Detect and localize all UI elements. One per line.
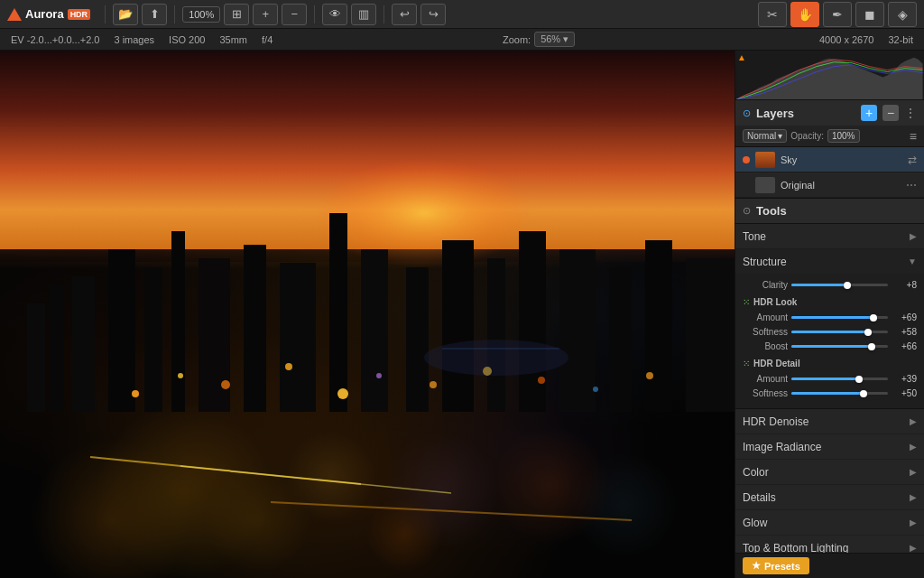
- presets-label: Presets: [764, 561, 800, 572]
- hdr-detail-amount-track[interactable]: [791, 378, 888, 380]
- hdr-look-amount-fill: [791, 316, 873, 319]
- export-button[interactable]: ⬆: [142, 4, 167, 25]
- layers-options-button[interactable]: ≡: [910, 129, 917, 144]
- compare-button[interactable]: ▥: [351, 4, 376, 25]
- hdr-look-amount-value: +69: [892, 312, 917, 322]
- layer-original-name: Original: [781, 180, 901, 191]
- hand-tool-button[interactable]: ✋: [790, 2, 819, 27]
- hdr-tool-button[interactable]: ◈: [888, 2, 917, 27]
- open-file-button[interactable]: 📂: [113, 4, 138, 25]
- tool-color-row[interactable]: Color ▶: [735, 460, 924, 485]
- layers-toolbar: Normal ▾ Opacity: 100% ≡: [735, 126, 924, 147]
- zoom-out-button[interactable]: −: [282, 4, 307, 25]
- structure-content: Clarity +8 ⁙ HDR Look Amount: [735, 275, 924, 409]
- tool-hdr-denoise-label: HDR Denoise: [743, 415, 910, 428]
- layer-sky[interactable]: Sky ⇄: [735, 147, 924, 172]
- ev-info: EV -2.0...+0.0...+2.0: [11, 34, 99, 45]
- resolution-info: 4000 x 2670: [819, 34, 874, 45]
- presets-button[interactable]: ★ Presets: [743, 557, 809, 574]
- iso-info: ISO 200: [169, 34, 205, 45]
- hdr-detail-softness-track[interactable]: [791, 392, 888, 395]
- tool-image-radiance-row[interactable]: Image Radiance ▶: [735, 434, 924, 460]
- info-right: 4000 x 2670 32-bit: [819, 34, 913, 45]
- hdr-detail-softness-thumb[interactable]: [860, 390, 867, 397]
- hdr-look-softness-value: +58: [892, 327, 917, 337]
- hdr-look-boost-value: +66: [892, 341, 917, 351]
- hdr-look-amount-track[interactable]: [791, 316, 888, 319]
- layer-original[interactable]: Original ⋯: [735, 172, 924, 198]
- tool-top-bottom-row[interactable]: Top & Bottom Lighting ▶: [735, 536, 924, 553]
- toolbar-sep-3: [314, 5, 315, 23]
- hdr-detail-softness-row: Softness +50: [743, 388, 917, 398]
- pen-tool-button[interactable]: ✒: [823, 2, 852, 27]
- tool-color-label: Color: [743, 466, 910, 479]
- logo-triangle: [7, 8, 22, 21]
- tool-tone-label: Tone: [743, 230, 910, 243]
- layers-header[interactable]: ⊙ Layers + − ⋮: [735, 100, 924, 126]
- opacity-value[interactable]: 100%: [827, 129, 860, 143]
- hdr-detail-amount-value: +39: [892, 374, 917, 384]
- hdr-look-amount-label: Amount: [743, 312, 788, 322]
- zoom-100-button[interactable]: 100%: [182, 6, 220, 23]
- tool-image-radiance-label: Image Radiance: [743, 441, 910, 453]
- clarity-fill: [791, 284, 847, 286]
- tools-collapse-icon: ⊙: [743, 205, 751, 217]
- hdr-look-softness-label: Softness: [743, 327, 788, 337]
- hdr-look-amount-thumb[interactable]: [870, 314, 877, 322]
- layers-menu-button[interactable]: ⋮: [904, 106, 917, 120]
- tool-details-label: Details: [743, 491, 910, 504]
- layers-remove-button[interactable]: −: [882, 105, 899, 121]
- hdr-look-softness-fill: [791, 331, 868, 333]
- bitdepth-info: 32-bit: [888, 34, 913, 45]
- clarity-row: Clarity +8: [743, 280, 917, 290]
- hdr-look-softness-track[interactable]: [791, 331, 888, 333]
- tool-structure-row[interactable]: Structure ▼: [735, 249, 924, 275]
- layer-sky-name: Sky: [781, 154, 902, 165]
- hdr-look-boost-thumb[interactable]: [868, 343, 875, 350]
- tool-top-bottom-arrow: ▶: [910, 543, 917, 553]
- tool-color-arrow: ▶: [910, 467, 917, 477]
- layers-tool-button[interactable]: ◼: [855, 2, 884, 27]
- zoom-label: Zoom:: [503, 34, 531, 45]
- layers-section: ⊙ Layers + − ⋮ Normal ▾ Opacity: 100% ≡: [735, 100, 924, 199]
- fit-screen-button[interactable]: ⊞: [224, 4, 249, 25]
- histogram-warning: ▲: [737, 52, 746, 62]
- hdr-look-softness-thumb[interactable]: [864, 329, 872, 336]
- layer-active-dot: [743, 156, 750, 163]
- hdr-look-softness-row: Softness +58: [743, 327, 917, 337]
- toolbar-sep-4: [383, 5, 384, 23]
- layer-original-settings[interactable]: ⋯: [906, 179, 917, 191]
- tool-hdr-denoise-row[interactable]: HDR Denoise ▶: [735, 409, 924, 434]
- tool-details-row[interactable]: Details ▶: [735, 485, 924, 510]
- clarity-track[interactable]: [791, 284, 888, 286]
- tool-top-bottom-label: Top & Bottom Lighting: [743, 542, 910, 554]
- layers-add-button[interactable]: +: [861, 105, 877, 121]
- city-overlay: [0, 51, 735, 578]
- layer-sky-settings[interactable]: ⇄: [908, 154, 917, 166]
- tools-header[interactable]: ⊙ Tools: [735, 199, 924, 224]
- blend-mode-select[interactable]: Normal ▾: [743, 129, 787, 143]
- crop-button[interactable]: ✂: [758, 2, 787, 27]
- opacity-label: Opacity:: [790, 131, 824, 141]
- hdr-look-boost-row: Boost +66: [743, 341, 917, 351]
- zoom-value[interactable]: 56% ▾: [534, 32, 575, 47]
- layers-title: Layers: [756, 107, 855, 120]
- main-layout: ▲: [0, 51, 924, 578]
- redo-button[interactable]: ↪: [420, 4, 446, 25]
- hdr-detail-softness-fill: [791, 392, 864, 395]
- hdr-detail-softness-value: +50: [892, 388, 917, 398]
- hdr-look-amount-row: Amount +69: [743, 312, 917, 322]
- tool-tone-row[interactable]: Tone ▶: [735, 224, 924, 249]
- hdr-look-boost-track[interactable]: [791, 345, 888, 348]
- zoom-100-label: 100%: [189, 9, 214, 20]
- preview-button[interactable]: 👁: [322, 4, 347, 25]
- clarity-thumb[interactable]: [844, 282, 851, 289]
- canvas-area[interactable]: [0, 51, 735, 578]
- hdr-detail-amount-thumb[interactable]: [855, 376, 863, 383]
- tool-glow-row[interactable]: Glow ▶: [735, 510, 924, 536]
- undo-button[interactable]: ↩: [392, 4, 417, 25]
- layer-sky-thumb: [755, 152, 775, 168]
- app-logo: Aurora HDR: [7, 7, 90, 21]
- tool-tone-arrow: ▶: [910, 231, 917, 241]
- zoom-in-button[interactable]: +: [253, 4, 278, 25]
